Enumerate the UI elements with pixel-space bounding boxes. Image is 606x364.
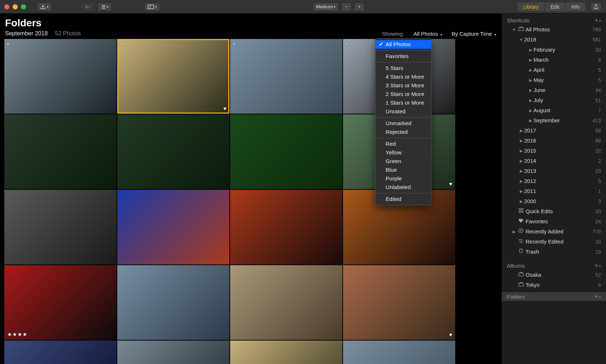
thumbnail[interactable] <box>117 114 229 189</box>
disclosure-right-icon[interactable]: ▶ <box>528 66 533 74</box>
add-folder-button[interactable]: +▾ <box>595 293 601 300</box>
close-window-button[interactable] <box>4 4 9 9</box>
sidebar-section-shortcuts[interactable]: Shortcuts +▾ <box>502 16 606 25</box>
sidebar-item[interactable]: Osaka52 <box>502 270 606 280</box>
thumbnail[interactable] <box>230 265 342 340</box>
disclosure-down-icon[interactable]: ▼ <box>518 35 524 44</box>
filter-menu-item[interactable]: Edited <box>376 195 431 203</box>
list-button[interactable]: ▾ <box>97 3 112 11</box>
sidebar-item[interactable]: Recently Edited10 <box>502 237 606 247</box>
thumbnail[interactable] <box>230 114 342 189</box>
thumbnail[interactable]: ≡ <box>230 39 342 114</box>
sidebar-item[interactable]: ▼2018581 <box>502 35 606 45</box>
thumbnail[interactable]: ★★★★ <box>4 265 117 340</box>
zoom-in-button[interactable]: + <box>354 3 365 11</box>
sidebar-item[interactable]: ▶April5 <box>502 65 606 75</box>
disclosure-right-icon[interactable]: ▶ <box>528 45 533 54</box>
filter-menu-item[interactable]: All Photos <box>376 40 431 49</box>
filter-menu-item[interactable]: Yellow <box>376 148 431 157</box>
thumbnail[interactable] <box>4 341 117 364</box>
disclosure-right-icon[interactable]: ▶ <box>528 76 533 84</box>
import-button[interactable]: ▾ <box>37 3 52 11</box>
filter-menu-item[interactable]: Rejected <box>376 128 431 136</box>
add-shortcut-button[interactable]: +▾ <box>595 17 601 23</box>
thumbnail-size-dropdown[interactable]: Medium ▾ <box>313 3 339 11</box>
sidebar-item[interactable]: ▶201323 <box>502 166 606 176</box>
thumbnail[interactable] <box>117 341 229 364</box>
sidebar-item[interactable]: ▶Recently Added779 <box>502 227 606 237</box>
tab-library[interactable]: Library <box>518 3 545 11</box>
filter-menu-item[interactable]: Favorites <box>376 52 431 61</box>
thumbnail[interactable] <box>343 341 455 364</box>
disclosure-right-icon[interactable]: ▶ <box>518 157 524 165</box>
disclosure-right-icon[interactable]: ▶ <box>518 126 524 135</box>
disclosure-right-icon[interactable]: ▶ <box>528 86 533 95</box>
back-button[interactable] <box>81 3 95 11</box>
minimize-window-button[interactable] <box>13 4 18 9</box>
sidebar-item[interactable]: ▶20111 <box>502 186 606 196</box>
disclosure-down-icon[interactable]: ▼ <box>511 25 517 34</box>
thumbnail[interactable]: ≡ <box>4 39 117 114</box>
sidebar-item[interactable]: ▶June44 <box>502 85 606 95</box>
thumbnail[interactable] <box>4 190 117 264</box>
fullscreen-window-button[interactable] <box>21 4 26 9</box>
thumbnail[interactable] <box>4 114 117 189</box>
disclosure-right-icon[interactable]: ▶ <box>528 106 533 115</box>
filter-menu-item[interactable]: Green <box>376 157 431 166</box>
filter-menu-item[interactable]: 3 Stars or More <box>376 81 431 90</box>
filter-menu-item[interactable]: Unmarked <box>376 119 431 128</box>
sidebar-item[interactable]: ▶August7 <box>502 105 606 115</box>
disclosure-right-icon[interactable]: ▶ <box>518 197 524 206</box>
thumbnail[interactable] <box>117 265 229 340</box>
view-layout-button[interactable]: ▾ <box>144 3 160 11</box>
filter-menu-item[interactable]: 5 Stars <box>376 64 431 73</box>
thumbnail[interactable]: ≡♥ <box>117 39 229 114</box>
disclosure-right-icon[interactable]: ▶ <box>518 187 524 196</box>
sidebar-item[interactable]: ▶20125 <box>502 176 606 186</box>
sidebar-item[interactable]: ▼All Photos799 <box>502 25 606 35</box>
thumbnail[interactable] <box>230 341 342 364</box>
sidebar-item[interactable]: Favorites24 <box>502 216 606 227</box>
filter-menu-item[interactable]: Purple <box>376 174 431 183</box>
disclosure-right-icon[interactable]: ▶ <box>518 177 524 185</box>
share-button[interactable] <box>590 3 602 11</box>
sort-dropdown[interactable]: By Capture Time ▾ <box>452 31 496 37</box>
sidebar-section-albums[interactable]: Albums +▾ <box>502 261 606 270</box>
tab-info[interactable]: Info <box>565 3 585 11</box>
disclosure-right-icon[interactable]: ▶ <box>528 116 533 125</box>
filter-menu-item[interactable]: 1 Stars or More <box>376 98 431 107</box>
disclosure-right-icon[interactable]: ▶ <box>528 96 533 105</box>
sidebar-item[interactable]: ▶20003 <box>502 196 606 206</box>
disclosure-right-icon[interactable]: ▶ <box>518 167 524 175</box>
filter-dropdown[interactable]: All Photos ▾ <box>413 31 442 37</box>
sidebar-item[interactable]: ▶September413 <box>502 115 606 126</box>
sidebar-item[interactable]: ▶201686 <box>502 136 606 146</box>
thumbnail[interactable] <box>230 190 342 264</box>
disclosure-right-icon[interactable]: ▶ <box>518 146 524 155</box>
filter-menu-item[interactable]: Unlabeled <box>376 183 431 192</box>
sidebar-item[interactable]: ▶May5 <box>502 75 606 85</box>
sidebar-item[interactable]: ▶March6 <box>502 55 606 65</box>
sidebar-item[interactable]: Quick Edits20 <box>502 206 606 216</box>
sidebar-item[interactable]: ▶201758 <box>502 126 606 136</box>
disclosure-right-icon[interactable]: ▶ <box>528 56 533 64</box>
disclosure-right-icon[interactable]: ▶ <box>511 227 517 236</box>
filter-menu-item[interactable]: Red <box>376 140 431 148</box>
tab-edit[interactable]: Edit <box>545 3 565 11</box>
sidebar-item[interactable]: ▶July51 <box>502 95 606 105</box>
sidebar-item[interactable]: ▶February50 <box>502 45 606 55</box>
thumbnail[interactable]: ♥ <box>343 265 455 340</box>
filter-menu-item[interactable]: Unrated <box>376 107 431 116</box>
sidebar-item[interactable]: ▶20142 <box>502 156 606 166</box>
disclosure-right-icon[interactable]: ▶ <box>518 136 524 145</box>
filter-menu-item[interactable]: 2 Stars or More <box>376 90 431 98</box>
sidebar-section-folders[interactable]: Folders +▾ <box>502 292 606 301</box>
zoom-out-button[interactable]: − <box>341 3 352 11</box>
sidebar-item[interactable]: Tokyo6 <box>502 280 606 290</box>
thumbnail[interactable] <box>117 190 229 264</box>
add-album-button[interactable]: +▾ <box>595 262 601 269</box>
sidebar-item[interactable]: ▶201522 <box>502 146 606 156</box>
filter-menu-item[interactable]: Blue <box>376 166 431 174</box>
filter-menu-item[interactable]: 4 Stars or More <box>376 73 431 81</box>
sidebar-item[interactable]: Trash19 <box>502 247 606 257</box>
